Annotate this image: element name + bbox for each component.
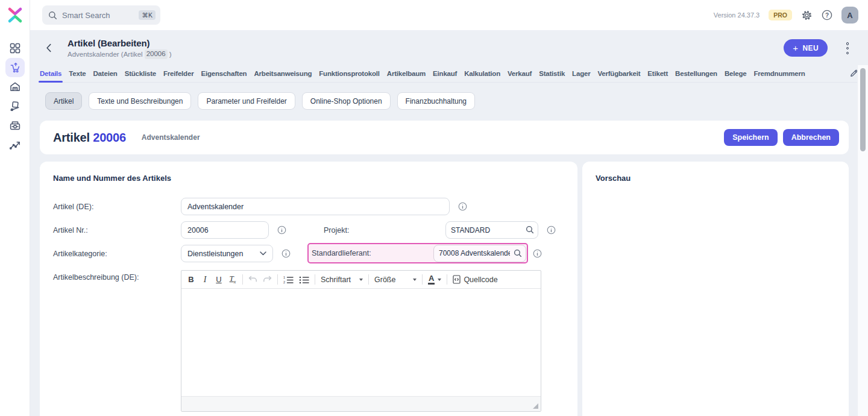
settings-gear-icon[interactable] — [801, 10, 813, 21]
save-button[interactable]: Speichern — [724, 129, 777, 146]
remove-format-button[interactable]: Tx — [228, 274, 237, 285]
tab-lager[interactable]: Lager — [572, 66, 590, 82]
preview-card: Vorschau — [582, 162, 849, 416]
artikel-de-label: Artikel (DE): — [53, 203, 181, 211]
back-button[interactable] — [46, 43, 57, 54]
preview-title: Vorschau — [596, 174, 631, 183]
editor-body[interactable] — [181, 289, 541, 396]
tab-arbeitsanweisung[interactable]: Arbeitsanweisung — [254, 66, 312, 82]
new-button-label: NEU — [802, 44, 819, 52]
font-family-dropdown[interactable]: Schriftart — [321, 276, 363, 284]
kebab-menu-icon[interactable] — [844, 42, 851, 55]
info-icon[interactable] — [281, 249, 291, 258]
tab-statistik[interactable]: Statistik — [539, 66, 565, 82]
field-row-artikel-nr: Artikel Nr.: Projekt: — [53, 221, 564, 239]
cash-register-icon[interactable] — [5, 116, 25, 135]
info-icon[interactable] — [547, 225, 556, 235]
undo-icon[interactable] — [248, 276, 257, 283]
tab-artikelbaum[interactable]: Artikelbaum — [387, 66, 426, 82]
dashboard-grid-icon[interactable] — [5, 39, 25, 58]
redo-icon[interactable] — [263, 276, 272, 283]
text-color-dropdown[interactable]: A — [428, 274, 441, 285]
search-icon — [48, 11, 57, 20]
record-title-text: Artikel — [53, 131, 90, 144]
font-family-label: Schriftart — [321, 276, 351, 284]
numbered-list-icon[interactable]: 1 2 — [283, 276, 294, 284]
bold-button[interactable]: B — [187, 276, 195, 283]
info-icon[interactable] — [277, 225, 286, 235]
new-button[interactable]: + NEU — [784, 39, 828, 57]
statistics-icon[interactable] — [5, 135, 25, 154]
trolley-icon[interactable] — [5, 96, 25, 116]
help-icon[interactable]: ? — [822, 10, 832, 20]
tab-kalkulation[interactable]: Kalkulation — [464, 66, 500, 82]
tab-freifelder[interactable]: Freifelder — [163, 66, 193, 82]
field-projekt: Projekt: — [324, 221, 556, 239]
artikelkategorie-value: Dienstleistungen — [187, 250, 243, 258]
standardlieferant-highlight: Standardlieferant: — [307, 243, 528, 263]
warehouse-icon[interactable] — [5, 77, 25, 96]
scrollbar-track[interactable] — [857, 65, 868, 416]
tab-funktionsprotokoll[interactable]: Funktionsprotokoll — [319, 66, 380, 82]
search-icon[interactable] — [526, 225, 534, 234]
chevron-left-icon — [46, 43, 52, 52]
search-icon[interactable] — [514, 249, 522, 257]
font-size-dropdown[interactable]: Größe — [374, 276, 417, 284]
tab-texte[interactable]: Texte — [69, 66, 86, 82]
editor-toolbar: B I U Tx 1 2 — [181, 271, 541, 289]
info-icon[interactable] — [533, 249, 542, 258]
artikelbeschreibung-label: Artikelbeschreibung (DE): — [53, 273, 139, 282]
tab-dateien[interactable]: Dateien — [93, 66, 118, 82]
search-input[interactable] — [62, 11, 134, 20]
record-subtitle: Adventskalender — [142, 133, 200, 142]
record-header: Artikel 20006 Adventskalender Speichern … — [40, 121, 849, 154]
page-subtitle-text: Adventskalender (Artikel — [68, 51, 143, 58]
tab-verfuegbarkeit[interactable]: Verfügbarkeit — [597, 66, 640, 82]
artikel-de-input[interactable] — [181, 198, 450, 215]
topbar: ⌘K Version 24.37.3 PRO ? A — [30, 0, 868, 30]
info-icon[interactable] — [458, 202, 467, 211]
cancel-button[interactable]: Abbrechen — [783, 129, 839, 146]
subtab-artikel[interactable]: Artikel — [45, 92, 82, 110]
artikelkategorie-select[interactable]: Dienstleistungen — [181, 245, 273, 262]
resize-handle[interactable] — [533, 403, 538, 409]
svg-text:?: ? — [825, 12, 829, 19]
page-subtitle: Adventskalender (Artikel 20006 ) — [68, 49, 171, 59]
form-section-title: Name und Nummer des Artikels — [53, 174, 171, 183]
tab-fremdnummern[interactable]: Fremdnummern — [753, 66, 805, 82]
tab-details[interactable]: Details — [40, 66, 61, 82]
tab-eigenschaften[interactable]: Eigenschaften — [201, 66, 247, 82]
tab-stueckliste[interactable]: Stückliste — [125, 66, 156, 82]
bullet-list-icon[interactable] — [299, 276, 309, 284]
subtab-online-shop-optionen[interactable]: Online-Shop Optionen — [302, 92, 391, 110]
avatar[interactable]: A — [841, 7, 858, 24]
tab-etikett[interactable]: Etikett — [647, 66, 668, 82]
scrollbar-thumb[interactable] — [860, 68, 866, 151]
italic-button[interactable]: I — [201, 276, 209, 284]
artikel-nr-input[interactable] — [181, 221, 269, 239]
search-shortcut-badge: ⌘K — [139, 10, 156, 20]
tab-belege[interactable]: Belege — [725, 66, 747, 82]
tab-einkauf[interactable]: Einkauf — [433, 66, 457, 82]
chevron-down-icon — [359, 279, 363, 281]
source-code-button[interactable]: Quellcode — [453, 275, 497, 284]
article-form-card: Name und Nummer des Artikels Artikel (DE… — [40, 162, 577, 416]
source-code-label: Quellcode — [464, 276, 497, 284]
richtext-editor: B I U Tx 1 2 — [181, 270, 541, 412]
smart-search[interactable]: ⌘K — [42, 5, 160, 25]
standardlieferant-input[interactable] — [433, 245, 526, 262]
subtab-bar: Artikel Texte und Beschreibungen Paramet… — [45, 92, 475, 110]
tab-verkauf[interactable]: Verkauf — [508, 66, 532, 82]
cart-arrow-up-icon[interactable] — [5, 58, 25, 77]
editor-footer — [181, 396, 541, 411]
svg-text:1: 1 — [283, 276, 285, 279]
tab-bestellungen[interactable]: Bestellungen — [675, 66, 717, 82]
projekt-input[interactable] — [445, 221, 538, 239]
subtab-parameter-und-freifelder[interactable]: Parameter und Freifelder — [198, 92, 295, 110]
record-title: Artikel 20006 — [53, 131, 126, 145]
svg-text:2: 2 — [283, 280, 285, 284]
subtab-texte-und-beschreibungen[interactable]: Texte und Beschreibungen — [89, 92, 191, 110]
subtab-finanzbuchhaltung[interactable]: Finanzbuchhaltung — [397, 92, 475, 110]
remove-format-x: x — [234, 279, 236, 285]
underline-button[interactable]: U — [215, 276, 223, 283]
